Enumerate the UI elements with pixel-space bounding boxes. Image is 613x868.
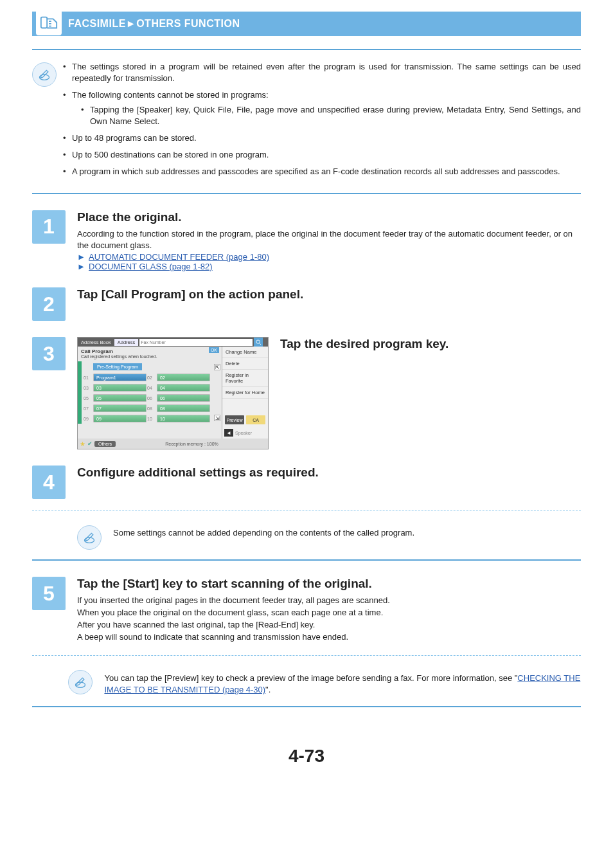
scrollbar[interactable]: ⇱⇲ — [213, 361, 222, 424]
pencil-note-icon — [32, 62, 57, 87]
step-1: 1 Place the original. According to the f… — [32, 210, 581, 272]
dashed-divider — [32, 511, 581, 511]
step-title: Tap the [Start] key to start scanning of… — [77, 577, 581, 591]
bullet-item: A program in which sub addresses and pas… — [63, 166, 581, 177]
step-number: 4 — [32, 466, 66, 499]
header-bar: FACSIMILE►OTHERS FUNCTION — [32, 12, 581, 36]
program-key[interactable]: 08 — [157, 404, 210, 412]
info-bullet-list: The settings stored in a program will be… — [63, 60, 581, 183]
sub-bullet-item: Tapping the [Speaker] key, Quick File, F… — [81, 104, 581, 127]
program-key[interactable]: 03 — [93, 384, 147, 392]
fax-number-input[interactable] — [139, 339, 253, 346]
program-key[interactable]: 06 — [157, 394, 210, 402]
step-text: According to the function stored in the … — [77, 228, 581, 253]
speaker-label: Speaker — [235, 431, 252, 435]
info-note: The settings stored in a program will be… — [32, 60, 581, 183]
bullet-item: The settings stored in a program will be… — [63, 61, 581, 84]
step-text: If you inserted the original pages in th… — [77, 595, 581, 607]
step-3: 3 Address Book Address Call Program Call… — [32, 337, 581, 449]
program-key[interactable]: 10 — [157, 415, 210, 422]
tab-address-book[interactable]: Address Book — [78, 339, 114, 346]
bullet-item: Up to 500 destinations can be stored in … — [63, 149, 581, 161]
search-icon[interactable] — [254, 338, 263, 347]
page-number: 4-73 — [32, 746, 581, 766]
arrow-icon: ► — [77, 252, 89, 262]
svg-rect-0 — [41, 17, 47, 28]
pencil-note-icon — [77, 525, 102, 550]
others-button[interactable]: Others — [94, 441, 116, 447]
program-key[interactable]: 05 — [93, 394, 147, 402]
side-toggle-icon[interactable] — [263, 338, 268, 347]
panel-subtitle: Call registered settings when touched. — [78, 354, 222, 361]
step-title: Configure additional settings as require… — [77, 466, 581, 480]
memory-label: Reception memory : 100% — [118, 442, 266, 446]
program-key[interactable]: 09 — [93, 415, 147, 422]
ok-button[interactable]: OK — [209, 347, 219, 353]
tab-address[interactable]: Address — [114, 339, 139, 346]
preview-button[interactable]: Preview — [225, 415, 244, 424]
step-number: 5 — [32, 577, 66, 610]
program-key[interactable]: 02 — [157, 374, 210, 381]
breadcrumb: FACSIMILE►OTHERS FUNCTION — [68, 18, 240, 30]
step-title: Tap [Call Program] on the action panel. — [77, 287, 581, 302]
scroll-up-icon[interactable]: ⇱ — [214, 364, 220, 370]
step-5-note: You can tap the [Preview] key to check a… — [32, 667, 581, 697]
divider — [32, 49, 581, 50]
pencil-note-icon — [68, 670, 93, 694]
star-icon[interactable]: ★ — [80, 440, 85, 448]
divider — [32, 706, 581, 707]
step-text: When you place the original on the docum… — [77, 607, 581, 619]
program-key[interactable]: Program1 — [93, 374, 147, 381]
step-text: A beep will sound to indicate that scann… — [77, 631, 581, 644]
step-text: After you have scanned the last original… — [77, 619, 581, 631]
action-register-home[interactable]: Register for Home — [222, 387, 268, 399]
step-number: 2 — [32, 287, 66, 321]
step-2: 2 Tap [Call Program] on the action panel… — [32, 287, 581, 321]
step-title: Place the original. — [77, 210, 581, 224]
fax-icon — [36, 10, 62, 35]
check-icon[interactable]: ✔ — [87, 440, 93, 447]
link-adf[interactable]: AUTOMATIC DOCUMENT FEEDER (page 1-80) — [89, 252, 269, 262]
program-key[interactable]: 07 — [93, 404, 147, 412]
step-number: 1 — [32, 210, 66, 244]
divider — [32, 193, 581, 194]
arrow-icon: ► — [77, 262, 89, 271]
divider — [32, 559, 581, 561]
program-key[interactable]: 04 — [157, 384, 210, 392]
speaker-icon[interactable] — [224, 429, 233, 437]
note-text: You can tap the [Preview] key to check a… — [104, 667, 581, 697]
action-register-favorite[interactable]: Register in Favorite — [222, 370, 268, 387]
presetting-button[interactable]: Pre-Setting Program — [93, 363, 142, 370]
step-5: 5 Tap the [Start] key to start scanning … — [32, 577, 581, 643]
step-4-note: Some settings cannot be added depending … — [32, 523, 581, 550]
action-change-name[interactable]: Change Name — [222, 347, 268, 358]
step-4: 4 Configure additional settings as requi… — [32, 466, 581, 499]
action-delete[interactable]: Delete — [222, 358, 268, 370]
note-text: Some settings cannot be added depending … — [113, 523, 414, 538]
link-doc-glass[interactable]: DOCUMENT GLASS (page 1-82) — [89, 262, 213, 271]
ca-button[interactable]: CA — [246, 415, 265, 424]
ui-screenshot: Address Book Address Call Program Call r… — [77, 337, 269, 449]
step-title: Tap the desired program key. — [280, 337, 581, 351]
bullet-item: The following contents cannot be stored … — [63, 89, 581, 127]
panel-title: Call Program — [78, 347, 222, 354]
step-number: 3 — [32, 337, 66, 370]
scroll-down-icon[interactable]: ⇲ — [214, 415, 220, 421]
dashed-divider — [32, 655, 581, 656]
bullet-item: Up to 48 programs can be stored. — [63, 132, 581, 144]
